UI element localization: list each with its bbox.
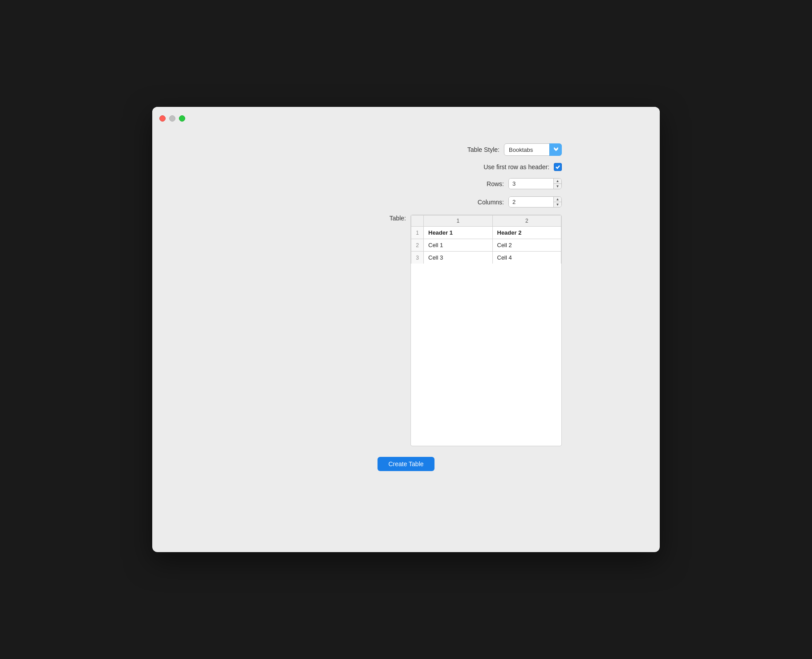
form-container: Table Style: Booktabs Standard Simple (250, 143, 562, 471)
rows-control: ▲ ▼ (508, 178, 562, 189)
maximize-button[interactable] (179, 115, 185, 122)
minimize-button[interactable] (169, 115, 175, 122)
table-row: 3 Cell 3 Cell 4 (411, 252, 561, 264)
table-row: 2 Cell 1 Cell 2 (411, 239, 561, 252)
columns-input-wrapper: ▲ ▼ (508, 196, 562, 207)
create-table-button[interactable]: Create Table (378, 457, 434, 471)
columns-increment-button[interactable]: ▲ (554, 197, 561, 202)
columns-control: ▲ ▼ (508, 196, 562, 207)
table-preview-area: 1 2 1 Header 1 Header 2 2 (410, 215, 562, 446)
rows-label: Rows: (487, 180, 504, 187)
create-table-row: Create Table (250, 457, 562, 471)
preview-table: 1 2 1 Header 1 Header 2 2 (411, 215, 561, 264)
main-window: Table Style: Booktabs Standard Simple (152, 107, 660, 552)
traffic-lights (159, 115, 185, 122)
titlebar (152, 107, 660, 130)
table-row: 1 Header 1 Header 2 (411, 227, 561, 239)
columns-decrement-button[interactable]: ▼ (554, 202, 561, 207)
main-content: Table Style: Booktabs Standard Simple (152, 130, 660, 552)
cell-1-1[interactable]: Header 1 (424, 227, 493, 239)
columns-label: Columns: (478, 199, 504, 206)
col-header-row: 1 2 (411, 216, 561, 227)
corner-header (411, 216, 424, 227)
table-style-label: Table Style: (467, 146, 499, 153)
table-style-control: Booktabs Standard Simple (504, 143, 562, 156)
cell-2-2[interactable]: Cell 2 (492, 239, 561, 252)
table-label: Table: (390, 215, 406, 222)
row-num-1: 1 (411, 227, 424, 239)
use-first-row-control (554, 163, 562, 171)
rows-decrement-button[interactable]: ▼ (554, 184, 561, 189)
cell-1-2[interactable]: Header 2 (492, 227, 561, 239)
rows-input[interactable] (509, 179, 553, 189)
rows-increment-button[interactable]: ▲ (554, 179, 561, 184)
use-first-row-label: Use first row as header: (483, 163, 549, 171)
table-style-select-wrapper: Booktabs Standard Simple (504, 143, 562, 156)
rows-row: Rows: ▲ ▼ (250, 178, 562, 189)
cell-3-1[interactable]: Cell 3 (424, 252, 493, 264)
table-style-select[interactable]: Booktabs Standard Simple (504, 143, 562, 156)
table-preview-row: Table: 1 2 1 He (250, 215, 562, 446)
use-first-row-row: Use first row as header: (250, 163, 562, 171)
rows-input-wrapper: ▲ ▼ (508, 178, 562, 189)
columns-row: Columns: ▲ ▼ (250, 196, 562, 207)
use-first-row-checkbox[interactable] (554, 163, 562, 171)
row-num-3: 3 (411, 252, 424, 264)
columns-spinner: ▲ ▼ (553, 197, 561, 207)
col-header-1: 1 (424, 216, 493, 227)
col-header-2: 2 (492, 216, 561, 227)
columns-input[interactable] (509, 197, 553, 207)
cell-2-1[interactable]: Cell 1 (424, 239, 493, 252)
rows-spinner: ▲ ▼ (553, 179, 561, 189)
cell-3-2[interactable]: Cell 4 (492, 252, 561, 264)
table-style-row: Table Style: Booktabs Standard Simple (250, 143, 562, 156)
close-button[interactable] (159, 115, 166, 122)
row-num-2: 2 (411, 239, 424, 252)
